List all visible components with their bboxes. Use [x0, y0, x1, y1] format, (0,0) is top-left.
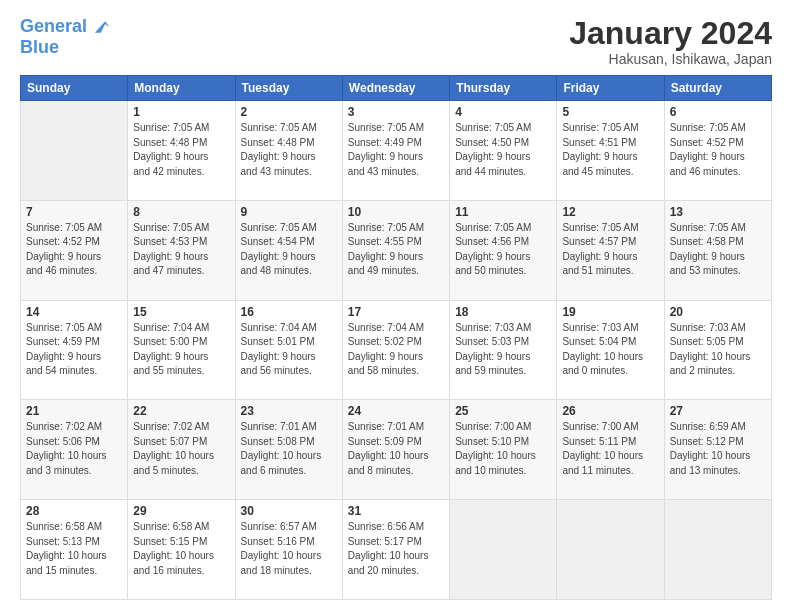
day-info: Sunrise: 6:57 AM Sunset: 5:16 PM Dayligh…	[241, 520, 337, 578]
day-info: Sunrise: 7:05 AM Sunset: 4:49 PM Dayligh…	[348, 121, 444, 179]
col-monday: Monday	[128, 76, 235, 101]
day-info: Sunrise: 6:59 AM Sunset: 5:12 PM Dayligh…	[670, 420, 766, 478]
day-info: Sunrise: 7:00 AM Sunset: 5:11 PM Dayligh…	[562, 420, 658, 478]
calendar-cell	[557, 500, 664, 600]
day-number: 28	[26, 504, 122, 518]
day-info: Sunrise: 7:02 AM Sunset: 5:07 PM Dayligh…	[133, 420, 229, 478]
day-number: 31	[348, 504, 444, 518]
day-info: Sunrise: 7:03 AM Sunset: 5:04 PM Dayligh…	[562, 321, 658, 379]
calendar-cell: 3Sunrise: 7:05 AM Sunset: 4:49 PM Daylig…	[342, 101, 449, 201]
svg-marker-0	[95, 21, 110, 33]
calendar-cell: 20Sunrise: 7:03 AM Sunset: 5:05 PM Dayli…	[664, 300, 771, 400]
day-number: 10	[348, 205, 444, 219]
day-number: 15	[133, 305, 229, 319]
day-info: Sunrise: 7:05 AM Sunset: 4:59 PM Dayligh…	[26, 321, 122, 379]
day-info: Sunrise: 7:04 AM Sunset: 5:02 PM Dayligh…	[348, 321, 444, 379]
calendar-table: Sunday Monday Tuesday Wednesday Thursday…	[20, 75, 772, 600]
day-info: Sunrise: 6:58 AM Sunset: 5:15 PM Dayligh…	[133, 520, 229, 578]
calendar-cell: 19Sunrise: 7:03 AM Sunset: 5:04 PM Dayli…	[557, 300, 664, 400]
logo-text: General	[20, 17, 87, 37]
calendar-cell: 21Sunrise: 7:02 AM Sunset: 5:06 PM Dayli…	[21, 400, 128, 500]
calendar-title: January 2024	[569, 16, 772, 51]
page: General Blue January 2024 Hakusan, Ishik…	[0, 0, 792, 612]
calendar-cell: 12Sunrise: 7:05 AM Sunset: 4:57 PM Dayli…	[557, 200, 664, 300]
col-thursday: Thursday	[450, 76, 557, 101]
col-wednesday: Wednesday	[342, 76, 449, 101]
col-saturday: Saturday	[664, 76, 771, 101]
calendar-cell	[450, 500, 557, 600]
calendar-cell	[664, 500, 771, 600]
calendar-cell: 23Sunrise: 7:01 AM Sunset: 5:08 PM Dayli…	[235, 400, 342, 500]
day-number: 6	[670, 105, 766, 119]
day-number: 4	[455, 105, 551, 119]
calendar-header-row: Sunday Monday Tuesday Wednesday Thursday…	[21, 76, 772, 101]
day-number: 7	[26, 205, 122, 219]
day-number: 18	[455, 305, 551, 319]
day-number: 22	[133, 404, 229, 418]
calendar-week-2: 7Sunrise: 7:05 AM Sunset: 4:52 PM Daylig…	[21, 200, 772, 300]
day-info: Sunrise: 7:05 AM Sunset: 4:50 PM Dayligh…	[455, 121, 551, 179]
day-number: 17	[348, 305, 444, 319]
day-number: 24	[348, 404, 444, 418]
calendar-cell: 22Sunrise: 7:02 AM Sunset: 5:07 PM Dayli…	[128, 400, 235, 500]
logo-text-blue: Blue	[20, 38, 111, 58]
header: General Blue January 2024 Hakusan, Ishik…	[20, 16, 772, 67]
day-info: Sunrise: 7:04 AM Sunset: 5:00 PM Dayligh…	[133, 321, 229, 379]
day-info: Sunrise: 7:05 AM Sunset: 4:58 PM Dayligh…	[670, 221, 766, 279]
calendar-cell: 24Sunrise: 7:01 AM Sunset: 5:09 PM Dayli…	[342, 400, 449, 500]
calendar-week-1: 1Sunrise: 7:05 AM Sunset: 4:48 PM Daylig…	[21, 101, 772, 201]
day-number: 14	[26, 305, 122, 319]
calendar-cell: 10Sunrise: 7:05 AM Sunset: 4:55 PM Dayli…	[342, 200, 449, 300]
logo-icon	[89, 16, 111, 38]
col-sunday: Sunday	[21, 76, 128, 101]
day-info: Sunrise: 7:05 AM Sunset: 4:52 PM Dayligh…	[670, 121, 766, 179]
calendar-cell: 28Sunrise: 6:58 AM Sunset: 5:13 PM Dayli…	[21, 500, 128, 600]
calendar-cell: 27Sunrise: 6:59 AM Sunset: 5:12 PM Dayli…	[664, 400, 771, 500]
calendar-cell: 7Sunrise: 7:05 AM Sunset: 4:52 PM Daylig…	[21, 200, 128, 300]
title-block: January 2024 Hakusan, Ishikawa, Japan	[569, 16, 772, 67]
day-number: 19	[562, 305, 658, 319]
calendar-cell: 13Sunrise: 7:05 AM Sunset: 4:58 PM Dayli…	[664, 200, 771, 300]
day-info: Sunrise: 7:01 AM Sunset: 5:09 PM Dayligh…	[348, 420, 444, 478]
logo: General Blue	[20, 16, 111, 58]
calendar-cell: 1Sunrise: 7:05 AM Sunset: 4:48 PM Daylig…	[128, 101, 235, 201]
day-number: 27	[670, 404, 766, 418]
col-friday: Friday	[557, 76, 664, 101]
day-number: 16	[241, 305, 337, 319]
day-info: Sunrise: 6:58 AM Sunset: 5:13 PM Dayligh…	[26, 520, 122, 578]
day-number: 13	[670, 205, 766, 219]
calendar-cell: 11Sunrise: 7:05 AM Sunset: 4:56 PM Dayli…	[450, 200, 557, 300]
day-number: 26	[562, 404, 658, 418]
calendar-week-3: 14Sunrise: 7:05 AM Sunset: 4:59 PM Dayli…	[21, 300, 772, 400]
calendar-cell: 2Sunrise: 7:05 AM Sunset: 4:48 PM Daylig…	[235, 101, 342, 201]
day-number: 23	[241, 404, 337, 418]
calendar-cell: 6Sunrise: 7:05 AM Sunset: 4:52 PM Daylig…	[664, 101, 771, 201]
day-info: Sunrise: 7:05 AM Sunset: 4:48 PM Dayligh…	[133, 121, 229, 179]
day-info: Sunrise: 7:02 AM Sunset: 5:06 PM Dayligh…	[26, 420, 122, 478]
day-info: Sunrise: 6:56 AM Sunset: 5:17 PM Dayligh…	[348, 520, 444, 578]
day-number: 29	[133, 504, 229, 518]
calendar-cell: 4Sunrise: 7:05 AM Sunset: 4:50 PM Daylig…	[450, 101, 557, 201]
calendar-cell: 14Sunrise: 7:05 AM Sunset: 4:59 PM Dayli…	[21, 300, 128, 400]
day-number: 8	[133, 205, 229, 219]
calendar-cell: 17Sunrise: 7:04 AM Sunset: 5:02 PM Dayli…	[342, 300, 449, 400]
day-number: 20	[670, 305, 766, 319]
calendar-subtitle: Hakusan, Ishikawa, Japan	[569, 51, 772, 67]
day-info: Sunrise: 7:05 AM Sunset: 4:55 PM Dayligh…	[348, 221, 444, 279]
day-info: Sunrise: 7:03 AM Sunset: 5:05 PM Dayligh…	[670, 321, 766, 379]
day-info: Sunrise: 7:05 AM Sunset: 4:48 PM Dayligh…	[241, 121, 337, 179]
day-info: Sunrise: 7:03 AM Sunset: 5:03 PM Dayligh…	[455, 321, 551, 379]
day-number: 25	[455, 404, 551, 418]
day-info: Sunrise: 7:04 AM Sunset: 5:01 PM Dayligh…	[241, 321, 337, 379]
day-number: 12	[562, 205, 658, 219]
calendar-week-4: 21Sunrise: 7:02 AM Sunset: 5:06 PM Dayli…	[21, 400, 772, 500]
calendar-cell	[21, 101, 128, 201]
calendar-cell: 15Sunrise: 7:04 AM Sunset: 5:00 PM Dayli…	[128, 300, 235, 400]
col-tuesday: Tuesday	[235, 76, 342, 101]
day-number: 21	[26, 404, 122, 418]
calendar-cell: 18Sunrise: 7:03 AM Sunset: 5:03 PM Dayli…	[450, 300, 557, 400]
calendar-cell: 16Sunrise: 7:04 AM Sunset: 5:01 PM Dayli…	[235, 300, 342, 400]
day-number: 2	[241, 105, 337, 119]
day-number: 11	[455, 205, 551, 219]
calendar-cell: 25Sunrise: 7:00 AM Sunset: 5:10 PM Dayli…	[450, 400, 557, 500]
